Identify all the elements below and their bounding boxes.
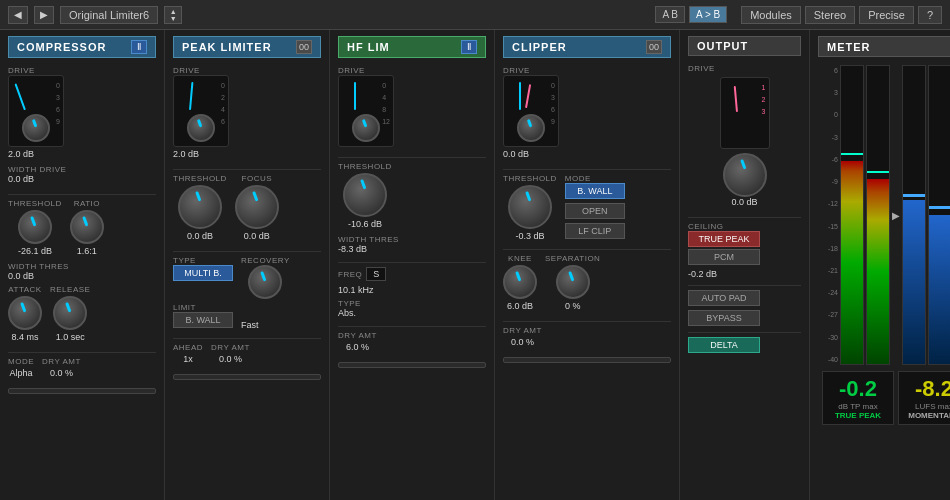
compressor-title: COMPRESSOR [17,41,106,53]
peak-threshold-knob[interactable] [178,185,222,229]
output-drive-label: DRIVE [688,64,801,73]
clipper-knee-knob[interactable] [503,265,537,299]
hflim-width-thres-label: WIDTH THRES [338,235,486,244]
meter-bar-right-2 [928,65,950,365]
output-drive-knob[interactable] [723,153,767,197]
peak-limiter-header: PEAK LIMITER 00 [173,36,321,58]
output-delta-button[interactable]: DELTA [688,337,760,353]
compressor-header: COMPRESSOR Ⅱ [8,36,156,58]
comp-attack-row: ATTACK 8.4 ms RELEASE 1.0 sec [8,285,156,342]
ab-b-button[interactable]: A > B [689,6,727,23]
clipper-drive-display: 0369 [503,75,559,147]
clipper-scrollbar[interactable] [503,357,671,363]
clipper-mode-label: MODE [565,174,625,183]
meter-bar-left-2 [866,65,890,365]
tp-value: -0.2 [827,376,889,402]
peak-focus-knob[interactable] [235,185,279,229]
preset-title: Original Limiter6 [60,6,158,24]
output-ceiling-label: CEILING [688,222,801,231]
output-title: OUTPUT [697,40,748,52]
comp-attack-knob[interactable] [8,296,42,330]
clipper-separation-knob[interactable] [556,265,590,299]
peak-threshold-row: THRESHOLD 0.0 dB FOCUS 0.0 dB [173,174,321,241]
output-header: OUTPUT [688,36,801,56]
peak-dry-amt-value: 0.0 % [219,354,242,364]
comp-mode-value: Alpha [9,368,32,378]
hflim-toggle[interactable]: Ⅱ [461,40,477,54]
clipper-threshold-knob[interactable] [508,185,552,229]
help-button[interactable]: ? [918,6,942,24]
hflim-type-value: Abs. [338,308,486,318]
comp-attack-value: 8.4 ms [11,332,38,342]
hflim-dry-amt-label: DRY AMT [338,331,377,340]
comp-width-thres-value: 0.0 dB [8,271,156,281]
hflim-threshold-knob[interactable] [343,173,387,217]
output-ceiling-mode[interactable]: TRUE PEAK [688,231,760,247]
clipper-threshold-value: -0.3 dB [515,231,544,241]
output-ceiling-value: -0.2 dB [688,269,801,279]
peak-scrollbar[interactable] [173,374,321,380]
output-auto-pad-button[interactable]: AUTO PAD [688,290,760,306]
clipper-mode-open[interactable]: OPEN [565,203,625,219]
clipper-dry-row: DRY AMT 0.0 % [503,326,671,347]
peak-limiter-toggle[interactable]: 00 [296,40,312,54]
peak-focus-value: 0.0 dB [244,231,270,241]
peak-bottom-row: AHEAD 1x DRY AMT 0.0 % [173,343,321,364]
clipper-separation-value: 0 % [565,301,581,311]
ab-buttons: A B A > B [655,6,727,23]
tp-sublabel: TRUE PEAK [827,411,889,420]
modules-button[interactable]: Modules [741,6,801,24]
hflim-freq-input[interactable] [366,267,386,281]
hflim-drive-display: 04812 [338,75,394,147]
meter-scale-n24: -24 [822,289,838,296]
peak-limit-label: LIMIT [173,303,233,312]
comp-scrollbar[interactable] [8,388,156,394]
comp-drive-value: 2.0 dB [8,149,156,159]
comp-mode-row: MODE Alpha DRY AMT 0.0 % [8,357,156,378]
comp-threshold-knob[interactable] [18,210,52,244]
clipper-knee-row: KNEE 6.0 dB SEPARATION 0 % [503,254,671,311]
peak-limit-bwall-button[interactable]: B. WALL [173,312,233,328]
comp-dry-amt-label: DRY AMT [42,357,81,366]
back-button[interactable]: ◀ [8,6,28,24]
output-bypass-button[interactable]: BYPASS [688,310,760,326]
output-pcm-button[interactable]: PCM [688,249,760,265]
compressor-toggle[interactable]: Ⅱ [131,40,147,54]
peak-recovery-value: Fast [241,320,259,330]
comp-release-label: RELEASE [50,285,90,294]
compressor-module: COMPRESSOR Ⅱ DRIVE 0369 [0,30,165,500]
meter-scale-n6: -6 [822,156,838,163]
lufs-sublabel: MOMENTARY [903,411,950,420]
hflim-type-label: TYPE [338,299,486,308]
preset-arrows[interactable]: ▲ ▼ [164,6,182,24]
peak-type-multib-button[interactable]: MULTI B. [173,265,233,281]
clipper-mode-lfclip[interactable]: LF CLIP [565,223,625,239]
comp-ratio-knob[interactable] [70,210,104,244]
meter-arrow: ▶ [892,65,900,365]
clipper-mode-bwall[interactable]: B. WALL [565,183,625,199]
clipper-separation-label: SEPARATION [545,254,600,263]
ab-a-button[interactable]: A B [655,6,685,23]
meter-scale-0: 0 [822,111,838,118]
comp-attack-label: ATTACK [8,285,41,294]
peak-recovery-knob[interactable] [248,265,282,299]
clipper-module: CLIPPER 00 DRIVE 0369 [495,30,680,500]
lufs-label: LUFS max [903,402,950,411]
forward-button[interactable]: ▶ [34,6,54,24]
hflim-width-thres-value: -8.3 dB [338,244,486,254]
hflim-dry-amt-value: 6.0 % [346,342,369,352]
clipper-threshold-label: THRESHOLD [503,174,557,183]
clipper-knee-value: 6.0 dB [507,301,533,311]
main-area: COMPRESSOR Ⅱ DRIVE 0369 [0,30,950,500]
output-module: OUTPUT DRIVE 123 0.0 dB CEILING TRUE PEA… [680,30,810,500]
comp-release-knob[interactable] [53,296,87,330]
meter-header: METER 🔧 [818,36,950,57]
peak-dry-amt-label: DRY AMT [211,343,250,352]
hflim-freq-label: FREQ [338,270,362,279]
meter-scale-n30: -30 [822,334,838,341]
hflim-scrollbar[interactable] [338,362,486,368]
clipper-title: CLIPPER [512,41,567,53]
stereo-button[interactable]: Stereo [805,6,855,24]
precise-button[interactable]: Precise [859,6,914,24]
clipper-toggle[interactable]: 00 [646,40,662,54]
